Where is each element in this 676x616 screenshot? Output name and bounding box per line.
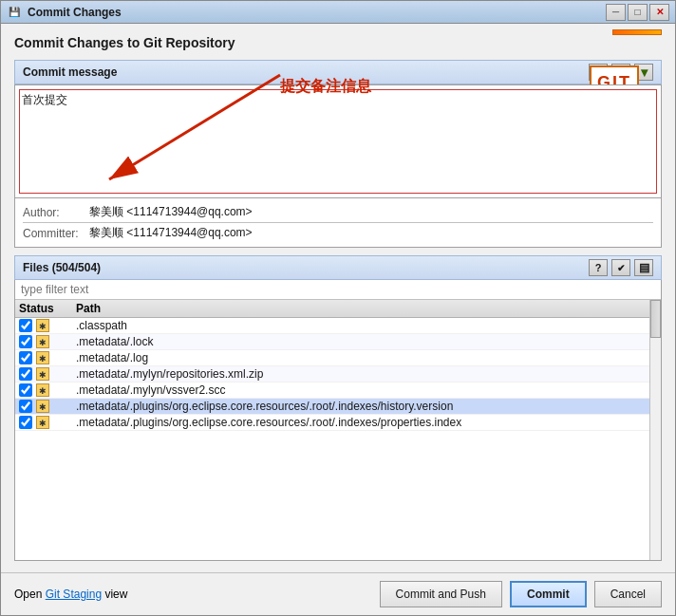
commit-message-label: Commit message <box>23 65 117 79</box>
open-label: Open <box>14 588 46 601</box>
file-path: .metadata/.lock <box>76 335 646 348</box>
files-help-button[interactable]: ? <box>589 259 608 276</box>
file-status-icon: ✱ <box>36 367 49 381</box>
files-content: Status Path ✱ .classpath ✱ .metadata/.lo… <box>14 280 662 561</box>
files-count-label: Files (504/504) <box>23 261 101 274</box>
close-icon: ✕ <box>656 7 664 17</box>
committer-value: 黎美顺 <1114713944@qq.com> <box>89 225 253 241</box>
table-row[interactable]: ✱ .metadata/.lock <box>15 334 649 350</box>
git-logo-bar <box>612 29 662 35</box>
commit-message-wrapper: 提交备注信息 <box>14 84 662 198</box>
maximize-button[interactable]: □ <box>628 4 648 21</box>
file-list-container: Status Path ✱ .classpath ✱ .metadata/.lo… <box>15 300 661 560</box>
maximize-icon: □ <box>634 7 640 17</box>
close-button[interactable]: ✕ <box>649 4 669 21</box>
commit-and-push-button[interactable]: Commit and Push <box>380 581 502 607</box>
file-checkbox[interactable] <box>19 400 32 413</box>
minimize-icon: ─ <box>612 7 619 17</box>
file-checkbox[interactable] <box>19 383 32 397</box>
cancel-button[interactable]: Cancel <box>594 581 662 607</box>
commit-message-header: Commit message ⊞ ≡ ▾ <box>14 60 662 84</box>
main-window: 💾 Commit Changes ─ □ ✕ GIT Commit Change… <box>0 0 676 616</box>
committer-label: Committer: <box>23 227 89 240</box>
scrollbar-thumb[interactable] <box>650 300 661 338</box>
page-title: Commit Changes to Git Repository <box>14 35 662 50</box>
file-checkbox[interactable] <box>19 416 32 429</box>
author-label: Author: <box>23 206 89 219</box>
file-status-icon: ✱ <box>36 319 49 332</box>
file-status-icon: ✱ <box>36 335 49 348</box>
col-path-header: Path <box>76 302 646 315</box>
author-section: Author: 黎美顺 <1114713944@qq.com> Committe… <box>14 198 662 248</box>
file-checkbox[interactable] <box>19 351 32 364</box>
scrollbar[interactable] <box>649 300 661 560</box>
bottom-bar: Open Git Staging view Commit and Push Co… <box>1 572 675 615</box>
title-bar: 💾 Commit Changes ─ □ ✕ <box>1 1 675 24</box>
bottom-left: Open Git Staging view <box>14 588 372 601</box>
table-row[interactable]: ✱ .metadata/.mylyn/repositories.xml.zip <box>15 366 649 383</box>
file-path: .metadata/.plugins/org.eclipse.core.reso… <box>76 416 646 429</box>
table-row[interactable]: ✱ .metadata/.plugins/org.eclipse.core.re… <box>15 415 649 431</box>
filter-input[interactable] <box>15 280 661 300</box>
files-section: Files (504/504) ? ✔ ▤ <box>14 255 662 561</box>
files-header: Files (504/504) ? ✔ ▤ <box>14 255 662 280</box>
window-title: Commit Changes <box>28 6 606 19</box>
file-checkbox[interactable] <box>19 367 32 381</box>
file-path: .classpath <box>76 319 646 332</box>
table-row[interactable]: ✱ .metadata/.plugins/org.eclipse.core.re… <box>15 399 649 415</box>
file-table[interactable]: Status Path ✱ .classpath ✱ .metadata/.lo… <box>15 300 649 560</box>
help-icon: ? <box>595 262 602 273</box>
file-path: .metadata/.mylyn/vssver2.scc <box>76 383 646 397</box>
committer-row: Committer: 黎美顺 <1114713944@qq.com> <box>23 223 653 243</box>
file-status-icon: ✱ <box>36 383 49 397</box>
file-status-icon: ✱ <box>36 351 49 364</box>
table-row[interactable]: ✱ .metadata/.log <box>15 350 649 366</box>
window-controls: ─ □ ✕ <box>606 4 669 21</box>
file-status-icon: ✱ <box>36 416 49 429</box>
collapse-icon: ▤ <box>639 261 649 274</box>
view-label: view <box>102 588 127 601</box>
author-row: Author: 黎美顺 <1114713944@qq.com> <box>23 202 653 222</box>
content-area: GIT Commit Changes to Git Repository Com… <box>1 24 675 572</box>
table-row[interactable]: ✱ .classpath <box>15 318 649 334</box>
commit-button[interactable]: Commit <box>510 581 587 607</box>
table-row[interactable]: ✱ .metadata/.mylyn/vssver2.scc <box>15 383 649 399</box>
git-staging-link[interactable]: Git Staging <box>46 588 102 601</box>
files-check-all-button[interactable]: ✔ <box>611 259 630 276</box>
minimize-button[interactable]: ─ <box>606 4 626 21</box>
col-status-header: Status <box>19 302 76 315</box>
options-icon: ▾ <box>641 65 648 80</box>
files-actions: ? ✔ ▤ <box>589 259 653 276</box>
file-table-header: Status Path <box>15 300 649 318</box>
author-value: 黎美顺 <1114713944@qq.com> <box>89 204 253 220</box>
file-rows-container: ✱ .classpath ✱ .metadata/.lock ✱ .metada… <box>15 318 649 431</box>
file-status-icon: ✱ <box>36 400 49 413</box>
commit-message-area <box>14 84 662 198</box>
commit-message-input[interactable] <box>19 89 657 194</box>
file-checkbox[interactable] <box>19 335 32 348</box>
git-logo-container: GIT <box>612 31 662 35</box>
file-checkbox[interactable] <box>19 319 32 332</box>
window-icon: 💾 <box>7 5 22 20</box>
check-all-icon: ✔ <box>617 263 625 273</box>
files-collapse-button[interactable]: ▤ <box>634 259 653 276</box>
file-path: .metadata/.mylyn/repositories.xml.zip <box>76 367 646 381</box>
file-path: .metadata/.plugins/org.eclipse.core.reso… <box>76 400 646 413</box>
file-path: .metadata/.log <box>76 351 646 364</box>
